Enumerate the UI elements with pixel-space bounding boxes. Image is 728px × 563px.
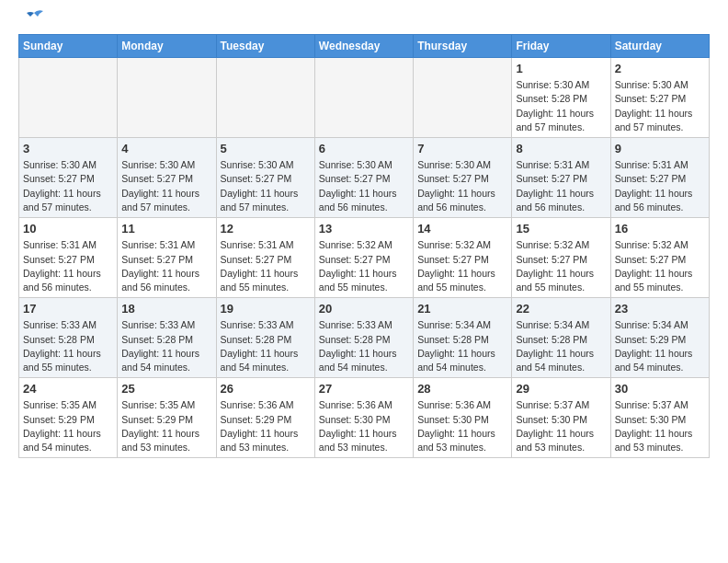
day-number: 8 [516, 141, 606, 157]
day-number: 28 [417, 381, 507, 397]
weekday-header-row: SundayMondayTuesdayWednesdayThursdayFrid… [19, 35, 710, 58]
calendar-cell: 2Sunrise: 5:30 AMSunset: 5:27 PMDaylight… [610, 58, 709, 138]
day-number: 14 [417, 221, 507, 237]
day-info: Sunrise: 5:33 AMSunset: 5:28 PMDaylight:… [221, 318, 311, 374]
calendar-week-2: 3Sunrise: 5:30 AMSunset: 5:27 PMDaylight… [19, 138, 710, 218]
day-number: 18 [121, 301, 211, 317]
day-info: Sunrise: 5:30 AMSunset: 5:27 PMDaylight:… [23, 158, 113, 214]
day-number: 20 [319, 301, 409, 317]
calendar-week-1: 1Sunrise: 5:30 AMSunset: 5:28 PMDaylight… [19, 58, 710, 138]
day-number: 3 [23, 141, 113, 157]
weekday-header-saturday: Saturday [610, 35, 709, 58]
weekday-header-friday: Friday [512, 35, 610, 58]
day-info: Sunrise: 5:33 AMSunset: 5:28 PMDaylight:… [121, 318, 211, 374]
calendar-table: SundayMondayTuesdayWednesdayThursdayFrid… [18, 34, 710, 458]
day-info: Sunrise: 5:37 AMSunset: 5:30 PMDaylight:… [615, 398, 705, 454]
day-info: Sunrise: 5:32 AMSunset: 5:27 PMDaylight:… [319, 238, 409, 294]
calendar-cell [19, 58, 118, 138]
calendar-cell: 19Sunrise: 5:33 AMSunset: 5:28 PMDayligh… [216, 298, 314, 378]
day-number: 2 [615, 61, 705, 77]
day-number: 15 [516, 221, 606, 237]
calendar-cell: 20Sunrise: 5:33 AMSunset: 5:28 PMDayligh… [314, 298, 413, 378]
day-info: Sunrise: 5:33 AMSunset: 5:28 PMDaylight:… [23, 318, 113, 374]
day-number: 29 [516, 381, 606, 397]
day-info: Sunrise: 5:32 AMSunset: 5:27 PMDaylight:… [615, 238, 705, 294]
day-number: 7 [417, 141, 507, 157]
calendar-cell: 1Sunrise: 5:30 AMSunset: 5:28 PMDaylight… [512, 58, 610, 138]
calendar-cell: 5Sunrise: 5:30 AMSunset: 5:27 PMDaylight… [216, 138, 314, 218]
day-info: Sunrise: 5:32 AMSunset: 5:27 PMDaylight:… [417, 238, 507, 294]
day-number: 26 [221, 381, 311, 397]
day-info: Sunrise: 5:35 AMSunset: 5:29 PMDaylight:… [23, 398, 113, 454]
day-number: 13 [319, 221, 409, 237]
calendar-cell: 24Sunrise: 5:35 AMSunset: 5:29 PMDayligh… [19, 378, 118, 458]
day-number: 30 [615, 381, 705, 397]
day-info: Sunrise: 5:30 AMSunset: 5:27 PMDaylight:… [221, 158, 311, 214]
weekday-header-sunday: Sunday [19, 35, 118, 58]
day-info: Sunrise: 5:34 AMSunset: 5:28 PMDaylight:… [417, 318, 507, 374]
calendar-week-4: 17Sunrise: 5:33 AMSunset: 5:28 PMDayligh… [19, 298, 710, 378]
day-info: Sunrise: 5:33 AMSunset: 5:28 PMDaylight:… [319, 318, 409, 374]
day-number: 12 [221, 221, 311, 237]
day-info: Sunrise: 5:31 AMSunset: 5:27 PMDaylight:… [121, 238, 211, 294]
calendar-cell: 25Sunrise: 5:35 AMSunset: 5:29 PMDayligh… [118, 378, 216, 458]
calendar-cell: 8Sunrise: 5:31 AMSunset: 5:27 PMDaylight… [512, 138, 610, 218]
calendar-cell [314, 58, 413, 138]
day-number: 4 [121, 141, 211, 157]
day-info: Sunrise: 5:30 AMSunset: 5:28 PMDaylight:… [516, 78, 606, 134]
calendar-cell: 3Sunrise: 5:30 AMSunset: 5:27 PMDaylight… [19, 138, 118, 218]
calendar-cell [216, 58, 314, 138]
day-number: 1 [516, 61, 606, 77]
calendar-cell: 15Sunrise: 5:32 AMSunset: 5:27 PMDayligh… [512, 218, 610, 298]
weekday-header-monday: Monday [118, 35, 216, 58]
day-number: 16 [615, 221, 705, 237]
day-number: 9 [615, 141, 705, 157]
calendar-cell: 13Sunrise: 5:32 AMSunset: 5:27 PMDayligh… [314, 218, 413, 298]
day-number: 10 [23, 221, 113, 237]
calendar-cell: 30Sunrise: 5:37 AMSunset: 5:30 PMDayligh… [610, 378, 709, 458]
calendar-cell: 7Sunrise: 5:30 AMSunset: 5:27 PMDaylight… [414, 138, 512, 218]
calendar-cell: 16Sunrise: 5:32 AMSunset: 5:27 PMDayligh… [610, 218, 709, 298]
day-info: Sunrise: 5:36 AMSunset: 5:30 PMDaylight:… [319, 398, 409, 454]
day-number: 19 [221, 301, 311, 317]
calendar-cell: 26Sunrise: 5:36 AMSunset: 5:29 PMDayligh… [216, 378, 314, 458]
weekday-header-tuesday: Tuesday [216, 35, 314, 58]
day-number: 23 [615, 301, 705, 317]
day-info: Sunrise: 5:31 AMSunset: 5:27 PMDaylight:… [221, 238, 311, 294]
day-info: Sunrise: 5:34 AMSunset: 5:29 PMDaylight:… [615, 318, 705, 374]
day-info: Sunrise: 5:31 AMSunset: 5:27 PMDaylight:… [615, 158, 705, 214]
calendar-cell: 11Sunrise: 5:31 AMSunset: 5:27 PMDayligh… [118, 218, 216, 298]
calendar-cell: 18Sunrise: 5:33 AMSunset: 5:28 PMDayligh… [118, 298, 216, 378]
calendar-cell: 28Sunrise: 5:36 AMSunset: 5:30 PMDayligh… [414, 378, 512, 458]
calendar-cell: 21Sunrise: 5:34 AMSunset: 5:28 PMDayligh… [414, 298, 512, 378]
calendar-cell: 17Sunrise: 5:33 AMSunset: 5:28 PMDayligh… [19, 298, 118, 378]
day-info: Sunrise: 5:36 AMSunset: 5:30 PMDaylight:… [417, 398, 507, 454]
calendar-cell [118, 58, 216, 138]
calendar-week-5: 24Sunrise: 5:35 AMSunset: 5:29 PMDayligh… [19, 378, 710, 458]
day-info: Sunrise: 5:35 AMSunset: 5:29 PMDaylight:… [121, 398, 211, 454]
day-info: Sunrise: 5:37 AMSunset: 5:30 PMDaylight:… [516, 398, 606, 454]
calendar-cell: 4Sunrise: 5:30 AMSunset: 5:27 PMDaylight… [118, 138, 216, 218]
weekday-header-thursday: Thursday [414, 35, 512, 58]
day-info: Sunrise: 5:31 AMSunset: 5:27 PMDaylight:… [516, 158, 606, 214]
calendar-cell: 27Sunrise: 5:36 AMSunset: 5:30 PMDayligh… [314, 378, 413, 458]
page-header [18, 9, 710, 29]
weekday-header-wednesday: Wednesday [314, 35, 413, 58]
day-number: 5 [221, 141, 311, 157]
day-info: Sunrise: 5:30 AMSunset: 5:27 PMDaylight:… [319, 158, 409, 214]
calendar-cell: 6Sunrise: 5:30 AMSunset: 5:27 PMDaylight… [314, 138, 413, 218]
day-info: Sunrise: 5:36 AMSunset: 5:29 PMDaylight:… [221, 398, 311, 454]
day-number: 24 [23, 381, 113, 397]
day-info: Sunrise: 5:34 AMSunset: 5:28 PMDaylight:… [516, 318, 606, 374]
logo-bird-icon [21, 9, 47, 30]
calendar-cell: 23Sunrise: 5:34 AMSunset: 5:29 PMDayligh… [610, 298, 709, 378]
day-number: 25 [121, 381, 211, 397]
day-info: Sunrise: 5:30 AMSunset: 5:27 PMDaylight:… [121, 158, 211, 214]
logo [18, 9, 47, 29]
calendar-cell [414, 58, 512, 138]
day-number: 6 [319, 141, 409, 157]
day-number: 11 [121, 221, 211, 237]
calendar-cell: 9Sunrise: 5:31 AMSunset: 5:27 PMDaylight… [610, 138, 709, 218]
day-info: Sunrise: 5:30 AMSunset: 5:27 PMDaylight:… [417, 158, 507, 214]
calendar-cell: 14Sunrise: 5:32 AMSunset: 5:27 PMDayligh… [414, 218, 512, 298]
